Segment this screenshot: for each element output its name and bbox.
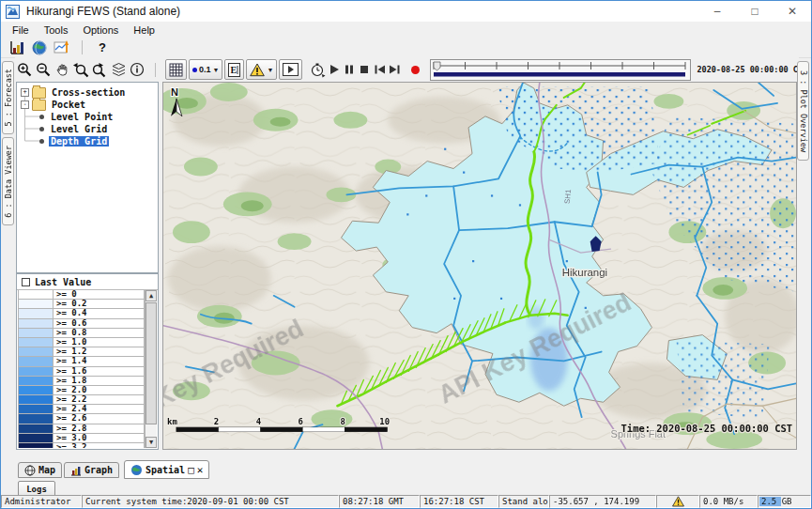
contour-interval-dropdown[interactable]: 0.1 ▼ xyxy=(189,59,222,80)
play-icon xyxy=(329,64,340,75)
step-forward-button[interactable] xyxy=(387,60,402,80)
tab-spatial[interactable]: Spatial □ ✕ xyxy=(124,460,209,479)
map-canvas[interactable]: API Key Required API Key Required Hikura… xyxy=(163,83,796,449)
legend-row[interactable]: >= 3.2 xyxy=(18,443,145,448)
minimize-button[interactable]: – xyxy=(698,1,736,22)
legend-box-icon: E xyxy=(228,63,240,77)
zoom-out-button[interactable] xyxy=(34,60,53,80)
shortcut-tab-data-viewer-label: 6 : Data Viewer xyxy=(4,146,13,218)
layers-icon xyxy=(111,62,127,78)
interval-dot-icon xyxy=(192,68,197,72)
previous-frame-icon xyxy=(374,64,386,75)
legend-row[interactable]: >= 1.4 xyxy=(18,357,145,366)
step-back-button[interactable] xyxy=(372,60,387,80)
road-label: SH1 xyxy=(563,189,573,205)
status-warning-cell[interactable] xyxy=(656,495,699,508)
main-toolbar: ? xyxy=(1,38,811,58)
help-icon: ? xyxy=(99,40,106,54)
zoom-in-icon xyxy=(17,62,33,78)
timeline-handle[interactable] xyxy=(434,62,440,70)
status-coordinates: -35.657 , 174.199 xyxy=(549,495,656,508)
folder-icon xyxy=(32,100,46,111)
pause-button[interactable] xyxy=(342,60,357,80)
expand-icon[interactable]: + xyxy=(21,88,29,97)
depth-legend-panel: Last Value >= 0 >= 0.2 >= 0.4 >= 0.6 >= … xyxy=(16,273,159,450)
play-box-icon xyxy=(283,63,299,76)
pause-icon xyxy=(344,64,355,75)
bottom-tab-bar: Map Graph Spatial □ ✕ xyxy=(15,458,797,479)
grid-icon xyxy=(169,63,183,77)
title-bar: Hikurangi FEWS (Stand alone) – □ ✕ xyxy=(1,1,811,23)
north-label: N xyxy=(171,86,178,98)
scroll-down-icon[interactable]: ▼ xyxy=(146,437,157,448)
collapse-icon[interactable]: - xyxy=(21,100,29,109)
menu-file[interactable]: File xyxy=(5,24,37,36)
window-controls: – □ ✕ xyxy=(698,1,811,22)
legend-color-swatch xyxy=(18,367,54,377)
timeline-span-bar xyxy=(434,72,685,77)
legend-color-swatch xyxy=(18,405,54,414)
globe-icon xyxy=(130,464,143,476)
spatial-display-button[interactable] xyxy=(51,39,73,56)
tab-map[interactable]: Map xyxy=(18,462,62,478)
toolbar-separator xyxy=(82,40,83,54)
timer-icon xyxy=(310,62,326,78)
tree-item-level-point[interactable]: Level Point xyxy=(17,111,158,123)
map-display-button[interactable] xyxy=(28,39,51,56)
scale-tick-label: 6 xyxy=(299,417,303,426)
zoom-previous-button[interactable] xyxy=(71,60,90,80)
help-button[interactable]: ? xyxy=(91,39,114,56)
legend-toggle-button[interactable]: E xyxy=(224,59,244,80)
timeline-track xyxy=(431,60,688,78)
scale-tick-label: 8 xyxy=(340,417,345,426)
warnings-dropdown[interactable]: ▼ xyxy=(246,59,277,80)
grid-display-button[interactable] xyxy=(165,59,187,80)
globe-icon xyxy=(32,40,47,55)
layers-button[interactable] xyxy=(109,60,128,80)
legend-scrollbar[interactable]: ▲ ▼ xyxy=(145,290,157,448)
pan-hand-icon xyxy=(54,62,70,78)
tree-item-label: Level Point xyxy=(49,112,115,122)
scale-tick-label: 10 xyxy=(379,417,390,426)
tree-item-depth-grid[interactable]: Depth Grid xyxy=(17,135,158,147)
info-button[interactable] xyxy=(128,60,146,80)
legend-color-swatch xyxy=(18,395,54,405)
legend-color-swatch xyxy=(18,357,54,366)
shortcut-tab-plot-overview[interactable]: 3 : Plot Overview xyxy=(797,61,809,161)
tab-graph[interactable]: Graph xyxy=(64,462,119,478)
animation-settings-button[interactable] xyxy=(308,60,327,80)
record-button[interactable] xyxy=(407,60,422,80)
animation-window-button[interactable] xyxy=(279,59,302,80)
zoom-next-button[interactable] xyxy=(90,60,109,80)
tree-item-label: Cross-section xyxy=(50,87,127,98)
status-system-time: Current system time:2020-09-01 00:00 CST xyxy=(82,495,339,508)
tree-item-label: Pocket xyxy=(50,100,87,110)
menu-bar: File Tools Options Help xyxy=(1,22,811,38)
tree-item-label-selected: Depth Grid xyxy=(49,136,109,147)
close-button[interactable]: ✕ xyxy=(774,1,811,22)
legend-color-swatch xyxy=(18,377,54,386)
menu-options[interactable]: Options xyxy=(75,24,126,36)
shortcut-tab-forecast[interactable]: 5 : Forecast xyxy=(2,61,14,134)
menu-tools[interactable]: Tools xyxy=(37,24,76,36)
tree-item-level-grid[interactable]: Level Grid xyxy=(17,123,158,135)
timeline-slider[interactable] xyxy=(430,59,691,81)
data-display-button[interactable] xyxy=(6,39,28,56)
tree-item-pocket[interactable]: - Pocket xyxy=(17,99,158,111)
pan-button[interactable] xyxy=(53,60,71,80)
stop-button[interactable] xyxy=(357,60,372,80)
tab-restore-icon[interactable]: □ xyxy=(188,465,194,475)
tree-item-label: Level Grid xyxy=(49,124,109,134)
scroll-up-icon[interactable]: ▲ xyxy=(146,290,157,301)
play-button[interactable] xyxy=(327,60,342,80)
shortcut-tab-data-viewer[interactable]: 6 : Data Viewer xyxy=(2,137,14,225)
zoom-in-button[interactable] xyxy=(15,60,34,80)
legend-color-swatch xyxy=(18,434,54,443)
scrollbar-thumb[interactable] xyxy=(146,302,157,424)
maximize-button[interactable]: □ xyxy=(736,1,774,22)
legend-header: Last Value xyxy=(17,274,158,290)
tab-close-icon[interactable]: ✕ xyxy=(197,465,204,475)
next-frame-icon xyxy=(389,64,401,75)
last-value-checkbox[interactable] xyxy=(22,278,30,286)
menu-help[interactable]: Help xyxy=(126,24,162,36)
